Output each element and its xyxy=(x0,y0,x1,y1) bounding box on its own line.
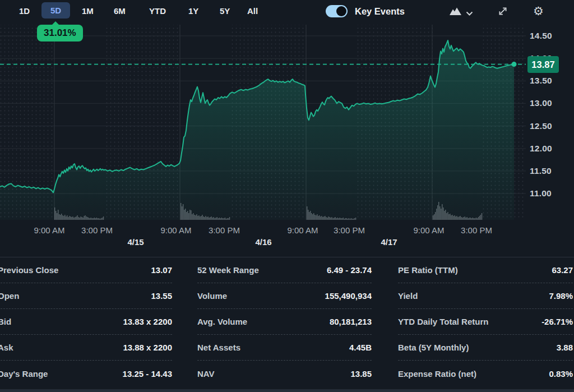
stat-label: Beta (5Y Monthly) xyxy=(398,343,469,352)
stat-label: Net Assets xyxy=(197,343,240,352)
stats-table: Previous Close13.07Open13.55Bid13.83 x 2… xyxy=(0,257,574,387)
x-axis-date-label: 4/16 xyxy=(255,237,271,247)
current-price-badge: 13.87 xyxy=(527,56,559,73)
stat-value: 13.25 - 14.43 xyxy=(123,369,172,379)
x-axis-date-label: 4/17 xyxy=(381,237,397,247)
stat-value: 63.27 xyxy=(552,265,573,275)
stat-value: 3.88 xyxy=(557,343,573,352)
x-axis-time-label: 9:00 AM xyxy=(413,225,444,235)
range-button-1y[interactable]: 1Y xyxy=(188,0,198,22)
y-axis-label: 13.00 xyxy=(530,98,552,108)
stat-value: 0.83% xyxy=(549,369,573,379)
stat-row: Avg. Volume80,181,213 xyxy=(197,309,372,335)
settings-button[interactable]: ⚙ xyxy=(533,4,544,19)
stat-row: Day's Range13.25 - 14.43 xyxy=(0,361,172,386)
chart-type-button[interactable] xyxy=(449,7,462,18)
stat-label: NAV xyxy=(197,369,215,379)
range-button-1m[interactable]: 1M xyxy=(82,0,94,22)
chart-type-dropdown[interactable] xyxy=(466,8,473,19)
section-divider xyxy=(0,389,574,392)
stats-column-2: 52 Week Range6.49 - 23.74Volume155,490,9… xyxy=(197,257,372,386)
stat-value: 13.07 xyxy=(151,265,172,275)
stat-value: 13.55 xyxy=(151,291,172,301)
stat-label: Ask xyxy=(0,343,13,352)
stat-label: Previous Close xyxy=(0,265,58,275)
range-button-all[interactable]: All xyxy=(247,0,258,22)
stat-value: 4.45B xyxy=(349,343,372,352)
x-axis-time-label: 3:00 PM xyxy=(334,225,365,235)
stat-value: 7.98% xyxy=(549,291,573,301)
y-axis-label: 14.50 xyxy=(530,31,552,41)
y-axis-label: 11.50 xyxy=(530,166,552,176)
stat-label: Bid xyxy=(0,317,11,326)
area-chart-type-icon xyxy=(449,7,462,16)
stat-row: Bid13.83 x 2200 xyxy=(0,309,172,335)
stat-value: 155,490,934 xyxy=(325,291,372,301)
stats-column-1: Previous Close13.07Open13.55Bid13.83 x 2… xyxy=(0,257,172,386)
y-axis-label: 12.00 xyxy=(530,144,552,154)
stat-label: PE Ratio (TTM) xyxy=(398,265,458,275)
stat-row: PE Ratio (TTM)63.27 xyxy=(398,257,573,283)
stat-label: 52 Week Range xyxy=(197,265,259,275)
y-axis-label: 12.50 xyxy=(530,121,552,131)
y-axis-label: 13.50 xyxy=(530,76,552,86)
range-button-1d[interactable]: 1D xyxy=(19,0,30,22)
fullscreen-button[interactable] xyxy=(498,6,508,19)
x-axis-time-label: 3:00 PM xyxy=(461,225,492,235)
stat-value: 13.85 xyxy=(350,369,372,379)
gear-icon: ⚙ xyxy=(533,4,544,17)
stat-value: 13.83 x 2200 xyxy=(123,317,172,326)
stat-label: Open xyxy=(0,291,19,301)
stat-row: Yield7.98% xyxy=(398,283,573,309)
stat-label: Yield xyxy=(398,291,418,301)
x-axis-time-label: 3:00 PM xyxy=(81,225,113,235)
stat-row: Expense Ratio (net)0.83% xyxy=(398,361,573,386)
stat-row: Volume155,490,934 xyxy=(197,283,372,309)
x-axis-time-label: 3:00 PM xyxy=(209,225,240,235)
stats-column-3: PE Ratio (TTM)63.27Yield7.98%YTD Daily T… xyxy=(398,257,573,386)
x-axis-time-label: 9:00 AM xyxy=(287,225,318,235)
x-axis-time-label: 9:00 AM xyxy=(34,225,64,235)
stat-value: 6.49 - 23.74 xyxy=(327,265,372,275)
stat-row: Open13.55 xyxy=(0,283,172,309)
stat-label: YTD Daily Total Return xyxy=(398,317,488,326)
stat-row: YTD Daily Total Return-26.71% xyxy=(398,309,573,335)
stat-row: Net Assets4.45B xyxy=(197,335,372,361)
range-button-ytd[interactable]: YTD xyxy=(149,0,166,22)
chart-toolbar: 1D5D1M6MYTD1Y5YAll Key Events ⚙ xyxy=(0,0,574,22)
y-axis-label: 11.00 xyxy=(530,188,552,199)
stat-value: 80,181,213 xyxy=(330,317,372,326)
key-events-toggle[interactable] xyxy=(326,5,348,17)
stat-row: 52 Week Range6.49 - 23.74 xyxy=(197,257,372,283)
stat-row: Previous Close13.07 xyxy=(0,257,172,283)
price-chart[interactable] xyxy=(0,0,574,255)
key-events-label: Key Events xyxy=(355,0,405,22)
last-price-dot xyxy=(512,62,517,67)
stat-row: Ask13.88 x 2200 xyxy=(0,335,172,361)
stat-label: Avg. Volume xyxy=(197,317,247,326)
x-axis-time-label: 9:00 AM xyxy=(160,225,191,235)
stat-row: Beta (5Y Monthly)3.88 xyxy=(398,335,573,361)
stat-value: 13.88 x 2200 xyxy=(123,343,172,352)
range-performance-badge: 31.01% xyxy=(37,25,83,41)
stock-chart-page: { "toolbar": { "ranges": [ {"label":"1D"… xyxy=(0,0,574,392)
range-button-6m[interactable]: 6M xyxy=(114,0,126,22)
range-button-5d[interactable]: 5D xyxy=(41,2,70,19)
chevron-down-icon xyxy=(466,11,473,16)
x-axis-date-label: 4/15 xyxy=(127,237,144,247)
stat-label: Expense Ratio (net) xyxy=(398,369,476,379)
range-button-5y[interactable]: 5Y xyxy=(220,0,230,22)
stat-value: -26.71% xyxy=(541,317,573,326)
stat-label: Volume xyxy=(197,291,227,301)
stat-label: Day's Range xyxy=(0,369,48,379)
stat-row: NAV13.85 xyxy=(197,361,372,386)
expand-icon xyxy=(498,6,508,16)
toggle-knob xyxy=(336,6,346,16)
